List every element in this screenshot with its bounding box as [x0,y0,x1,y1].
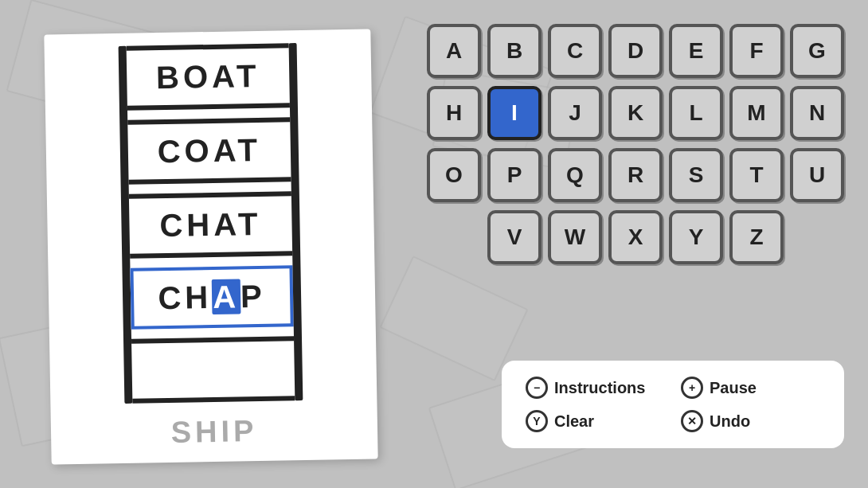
instructions-label: Instructions [554,379,645,397]
key-F[interactable]: F [729,24,784,78]
control-pause[interactable]: + Pause [681,377,820,399]
key-V[interactable]: V [487,210,542,264]
key-U[interactable]: U [790,148,844,202]
target-word-container: SHIP [170,401,258,450]
word-chat: CHAT [159,206,262,244]
y-icon: Y [526,410,548,432]
key-B[interactable]: B [487,24,542,78]
key-K[interactable]: K [608,86,663,140]
key-A[interactable]: A [427,24,481,78]
rungs-container: BOAT COAT CHAT CHAP [127,43,295,403]
control-instructions[interactable]: − Instructions [526,377,665,399]
rung-chat: CHAT [129,191,292,259]
key-row-1: A B C D E F G [427,24,844,78]
word-ladder-paper: BOAT COAT CHAT CHAP [44,29,377,464]
target-word: SHIP [170,414,257,449]
keyboard: A B C D E F G H I J K L M N O P Q R S T … [427,24,844,264]
key-row-4: V W X Y Z [427,210,844,264]
word-empty: XXXX [162,351,264,388]
plus-icon: + [681,377,703,399]
word-boat: BOAT [156,58,260,96]
clear-label: Clear [554,412,594,431]
key-Q[interactable]: Q [548,148,602,202]
rung-boat: BOAT [127,43,290,111]
key-row-3: O P Q R S T U [427,148,844,202]
controls-panel: − Instructions + Pause Y Clear ✕ Undo [502,361,844,448]
key-Z[interactable]: Z [729,210,784,264]
key-L[interactable]: L [669,86,723,140]
key-S[interactable]: S [669,148,723,202]
key-C[interactable]: C [548,24,602,78]
control-undo[interactable]: ✕ Undo [681,410,820,432]
key-O[interactable]: O [427,148,481,202]
key-Y[interactable]: Y [669,210,723,264]
highlight-a: A [212,279,241,314]
key-R[interactable]: R [608,148,663,202]
key-H[interactable]: H [427,86,481,140]
key-row-2: H I J K L M N [427,86,844,140]
key-X[interactable]: X [608,210,663,264]
key-M[interactable]: M [729,86,784,140]
x-icon: ✕ [681,410,703,432]
key-E[interactable]: E [669,24,723,78]
key-P[interactable]: P [487,148,542,202]
pause-label: Pause [710,379,757,397]
key-T[interactable]: T [729,148,784,202]
word-coat: COAT [157,132,261,170]
undo-label: Undo [710,412,750,431]
rung-chap-active: CHAP [131,265,294,330]
rung-coat: COAT [128,117,291,185]
key-N[interactable]: N [790,86,844,140]
key-D[interactable]: D [608,24,663,78]
key-J[interactable]: J [548,86,602,140]
word-chap: CHAP [158,279,266,316]
control-clear[interactable]: Y Clear [526,410,665,432]
minus-icon: − [526,377,548,399]
key-W[interactable]: W [548,210,602,264]
rung-empty: XXXX [131,336,295,404]
key-I[interactable]: I [487,86,542,140]
key-G[interactable]: G [790,24,844,78]
